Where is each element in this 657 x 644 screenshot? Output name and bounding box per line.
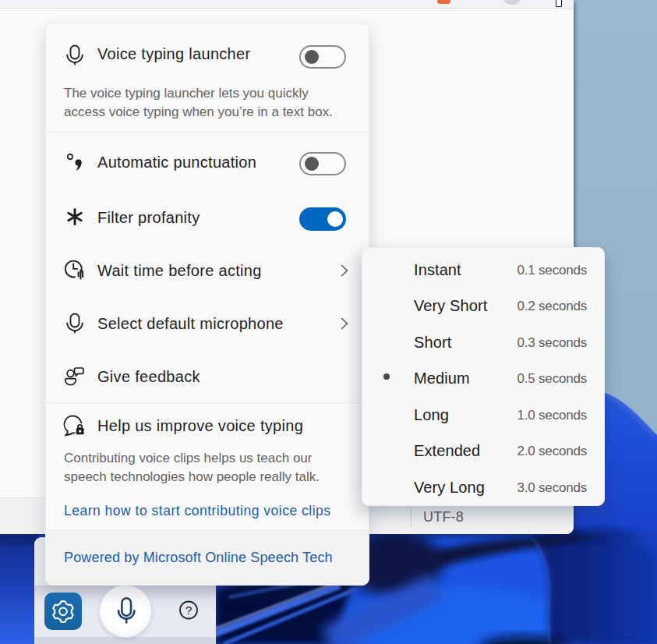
svg-text:?: ?	[185, 603, 193, 617]
